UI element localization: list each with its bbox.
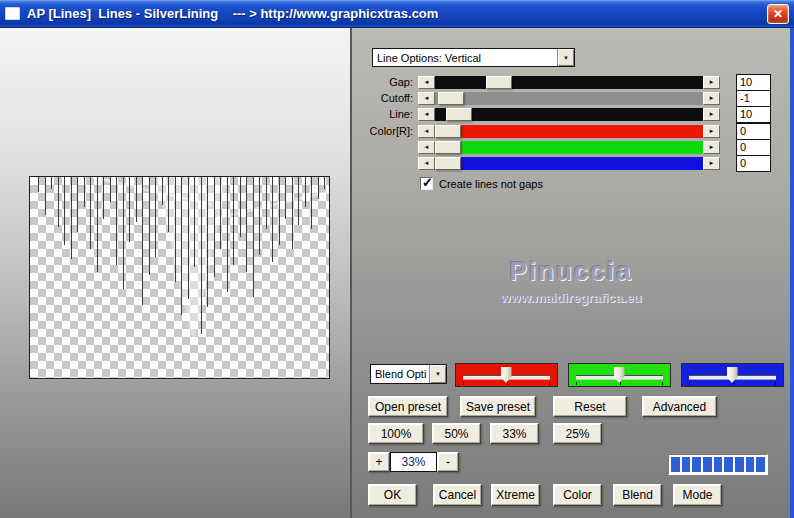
left-arrow-icon[interactable]: ◄ [418,92,435,105]
preview-line [129,177,130,242]
create-lines-checkbox[interactable]: Create lines not gaps [420,177,543,190]
green-blend-trackbar[interactable] [568,363,671,387]
zoom-100-button[interactable]: 100% [368,423,424,444]
cancel-button[interactable]: Cancel [433,484,482,506]
red-blend-trackbar[interactable] [455,363,558,387]
highlight-streak [217,190,330,219]
mode-button[interactable]: Mode [673,484,722,506]
tick-mark [775,382,776,385]
dialog-body: Line Options: Vertical ▼ Gap: ◄ ► Cutoff… [0,28,794,518]
advanced-button[interactable]: Advanced [642,396,717,417]
preview-line [285,177,286,219]
slider-thumb[interactable] [435,141,461,154]
preview-line [214,177,215,277]
slider-track[interactable] [435,76,703,89]
left-arrow-icon[interactable]: ◄ [418,76,435,89]
left-arrow-icon[interactable]: ◄ [418,141,435,154]
tick-mark [463,382,464,385]
progress-bar [668,454,768,475]
preview-line [162,177,163,205]
preview-line [311,177,312,229]
ok-button[interactable]: OK [368,484,417,506]
blend-options-dropdown[interactable]: Blend Opti ▼ [370,364,447,384]
slider-value-input[interactable] [736,155,771,172]
right-arrow-icon[interactable]: ► [703,125,720,138]
preview-line [240,177,241,237]
close-button[interactable]: ✕ [767,4,789,24]
progress-segment [671,457,680,472]
reset-button[interactable]: Reset [553,396,627,417]
xtreme-button[interactable]: Xtreme [491,484,540,506]
slider-value-input[interactable] [736,139,771,156]
slider-thumb[interactable] [438,92,464,105]
slider-label: Color[R]: [352,125,418,137]
slider-value-input[interactable] [736,74,771,91]
open-preset-button[interactable]: Open preset [368,396,448,417]
slider-label: Line: [352,108,418,120]
preview-line [103,177,104,219]
controls-panel: Line Options: Vertical ▼ Gap: ◄ ► Cutoff… [352,28,794,518]
left-arrow-icon[interactable]: ◄ [418,108,435,121]
blue-blend-trackbar[interactable] [681,363,784,387]
slider-track[interactable] [435,141,703,154]
trackbar-thumb[interactable] [614,367,625,383]
progress-segment [735,457,744,472]
blend-options-value: Blend Opti [371,368,429,380]
right-arrow-icon[interactable]: ► [703,141,720,154]
preview-line [136,177,137,222]
slider-value-input[interactable] [736,106,771,123]
right-arrow-icon[interactable]: ► [703,108,720,121]
progress-segment [692,457,701,472]
preview-line [110,177,111,202]
right-arrow-icon[interactable]: ► [703,157,720,170]
watermark-title: Pinuccia [352,256,790,287]
preview-line [97,177,98,272]
slider-track[interactable] [435,108,703,121]
trackbar-thumb[interactable] [727,367,738,383]
preview-line [116,177,117,265]
checkbox-icon[interactable] [420,177,433,190]
preview-line [259,177,260,255]
line-options-value: Line Options: Vertical [373,52,557,64]
highlight-shape [156,177,228,345]
preview-line [168,177,169,232]
slider-track[interactable] [435,92,703,105]
slider-value-input[interactable] [736,90,771,107]
preview-line [38,177,39,192]
blend-button[interactable]: Blend [613,484,662,506]
app-icon[interactable] [5,7,20,20]
progress-segment [703,457,712,472]
slider-thumb[interactable] [435,125,461,138]
preview-line [292,177,293,249]
line-options-dropdown[interactable]: Line Options: Vertical ▼ [372,48,575,67]
preview-line [149,177,150,275]
right-arrow-icon[interactable]: ► [703,92,720,105]
right-arrow-icon[interactable]: ► [703,76,720,89]
zoom-25-button[interactable]: 25% [553,423,602,444]
preview-line [279,177,280,245]
zoom-33-button[interactable]: 33% [490,423,539,444]
checkbox-label: Create lines not gaps [439,178,543,190]
preview-line [51,177,52,189]
preview-line [324,177,325,189]
zoom-in-button[interactable]: + [368,452,390,472]
slider-thumb[interactable] [435,157,461,170]
preview-line [58,177,59,227]
zoom-out-button[interactable]: - [437,452,459,472]
chevron-down-icon[interactable]: ▼ [557,49,574,66]
progress-segment [714,457,723,472]
slider-thumb[interactable] [446,108,472,121]
slider-value-input[interactable] [736,123,771,140]
slider-track[interactable] [435,125,703,138]
color-button[interactable]: Color [553,484,602,506]
left-arrow-icon[interactable]: ◄ [418,157,435,170]
trackbar-thumb[interactable] [501,367,512,383]
preview-line [45,177,46,215]
slider-row-color-green: ◄ ► [352,140,771,154]
save-preset-button[interactable]: Save preset [460,396,536,417]
chevron-down-icon[interactable]: ▼ [429,365,446,383]
slider-thumb[interactable] [486,76,512,89]
zoom-50-button[interactable]: 50% [432,423,481,444]
slider-track[interactable] [435,157,703,170]
left-arrow-icon[interactable]: ◄ [418,125,435,138]
